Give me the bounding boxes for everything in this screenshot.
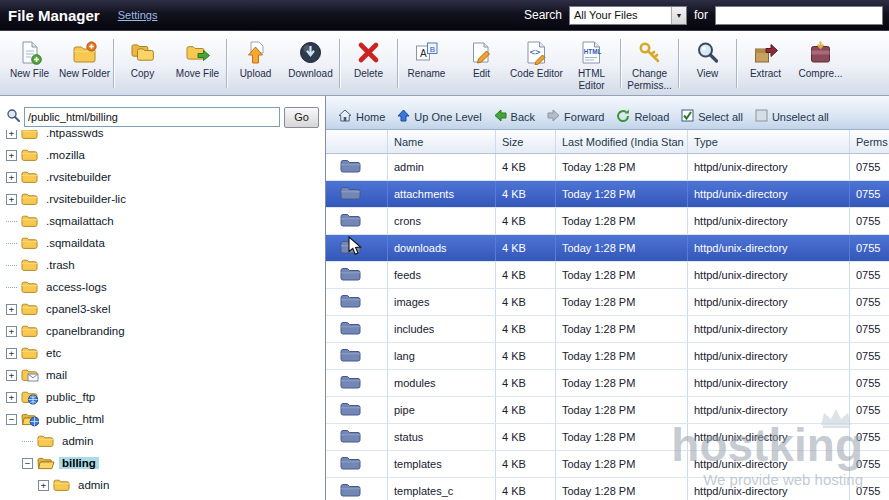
expand-plus-icon[interactable]: + (38, 480, 49, 491)
folder-mail-icon (21, 368, 39, 382)
tree-item-access-logs[interactable]: access-logs (4, 276, 325, 298)
file-icon-cell (326, 154, 388, 180)
toolbar-label: View (697, 68, 719, 80)
tree-item-admin[interactable]: + admin (4, 474, 325, 496)
expand-plus-icon[interactable]: + (6, 392, 17, 403)
folder-icon (21, 170, 39, 184)
filebar-button-home[interactable]: Home (338, 109, 385, 124)
tree-item-htpasswds[interactable]: + .htpasswds (4, 130, 325, 144)
expand-plus-icon[interactable]: + (6, 150, 17, 161)
table-row[interactable]: templates_c 4 KB Today 1:28 PM httpd/uni… (326, 478, 889, 500)
table-row[interactable]: attachments 4 KB Today 1:28 PM httpd/uni… (326, 181, 889, 208)
filebar-button-select-all[interactable]: Select all (681, 109, 743, 124)
toolbar-button-edit[interactable]: Edit (454, 34, 509, 93)
file-icon-cell (326, 262, 388, 288)
tree-item-label: .trash (43, 259, 78, 271)
file-name-cell: templates_c (388, 478, 496, 500)
tree-item-admin[interactable]: admin (4, 430, 325, 452)
expand-plus-icon[interactable]: + (6, 370, 17, 381)
toolbar-button-extract[interactable]: Extract (738, 34, 793, 93)
file-icon-cell (326, 397, 388, 423)
file-perms-cell: 0755 (850, 316, 889, 342)
tree-item-billing[interactable]: − billing (4, 452, 325, 474)
path-input[interactable] (24, 107, 280, 127)
expand-plus-icon[interactable]: + (6, 194, 17, 205)
tree-item-public-html[interactable]: − public_html (4, 408, 325, 430)
file-size-cell: 4 KB (496, 370, 556, 396)
go-button[interactable]: Go (284, 107, 319, 128)
toolbar-button-new-file[interactable]: New File (2, 34, 57, 93)
filebar-button-back[interactable]: Back (494, 109, 535, 124)
search-input[interactable] (715, 6, 883, 25)
toolbar-button-compre[interactable]: Compre... (793, 34, 848, 93)
table-row[interactable]: status 4 KB Today 1:28 PM httpd/unix-dir… (326, 424, 889, 451)
table-row[interactable]: includes 4 KB Today 1:28 PM httpd/unix-d… (326, 316, 889, 343)
toolbar-button-change-permiss[interactable]: Change Permiss... (622, 34, 677, 93)
tree-item-cpanelbranding[interactable]: + cpanelbranding (4, 320, 325, 342)
download-icon (298, 38, 323, 66)
column-header-name[interactable]: Name (388, 130, 496, 153)
table-row[interactable]: crons 4 KB Today 1:28 PM httpd/unix-dire… (326, 208, 889, 235)
toolbar-separator (736, 39, 737, 88)
table-row[interactable]: downloads 4 KB Today 1:28 PM httpd/unix-… (326, 235, 889, 262)
column-header-size[interactable]: Size (496, 130, 556, 153)
toolbar-button-copy[interactable]: Copy (115, 34, 170, 93)
table-row[interactable]: admin 4 KB Today 1:28 PM httpd/unix-dire… (326, 154, 889, 181)
filebar-button-up-one-level[interactable]: Up One Level (397, 109, 481, 124)
tree-item-mail[interactable]: + mail (4, 364, 325, 386)
table-row[interactable]: images 4 KB Today 1:28 PM httpd/unix-dir… (326, 289, 889, 316)
expand-plus-icon[interactable]: + (6, 172, 17, 183)
column-header-last-modified-india-stan[interactable]: Last Modified (India Stan (556, 130, 688, 153)
filebar-button-unselect-all[interactable]: Unselect all (755, 109, 829, 124)
toolbar-button-upload[interactable]: Upload (228, 34, 283, 93)
tree-item-etc[interactable]: + etc (4, 342, 325, 364)
search-scope-select[interactable]: All Your Files ▼ (569, 6, 687, 25)
filebar-button-forward[interactable]: Forward (547, 109, 604, 124)
search-label: Search (524, 8, 562, 22)
tree-item-public-ftp[interactable]: + public_ftp (4, 386, 325, 408)
file-name-cell: images (388, 289, 496, 315)
file-perms-cell: 0755 (850, 181, 889, 207)
column-header-perms[interactable]: Perms (850, 130, 889, 153)
table-row[interactable]: pipe 4 KB Today 1:28 PM httpd/unix-direc… (326, 397, 889, 424)
expand-plus-icon[interactable]: + (6, 130, 17, 139)
table-row[interactable]: templates 4 KB Today 1:28 PM httpd/unix-… (326, 451, 889, 478)
expand-plus-icon[interactable]: + (6, 326, 17, 337)
toolbar-label: Move File (176, 68, 219, 80)
file-type-cell: httpd/unix-directory (688, 451, 850, 477)
for-label: for (694, 8, 708, 22)
toolbar-button-new-folder[interactable]: New Folder (57, 34, 112, 93)
toolbar-button-code-editor[interactable]: <> Code Editor (509, 34, 564, 93)
tree-item-sqmailattach[interactable]: .sqmailattach (4, 210, 325, 232)
toolbar-button-rename[interactable]: AB Rename (399, 34, 454, 93)
toolbar-label: Delete (354, 68, 383, 80)
column-header-type[interactable]: Type (688, 130, 850, 153)
toolbar-button-move-file[interactable]: Move File (170, 34, 225, 93)
tree-item-rvsitebuilder[interactable]: + .rvsitebuilder (4, 166, 325, 188)
tree-item-rvsitebuilder-lic[interactable]: + .rvsitebuilder-lic (4, 188, 325, 210)
toolbar-button-view[interactable]: View (680, 34, 735, 93)
tree-connector (6, 243, 17, 244)
tree-item-label: mail (43, 369, 70, 381)
file-modified-cell: Today 1:28 PM (556, 478, 688, 500)
file-type-cell: httpd/unix-directory (688, 424, 850, 450)
filebar-button-reload[interactable]: Reload (616, 109, 669, 125)
settings-link[interactable]: Settings (118, 9, 158, 21)
table-row[interactable]: feeds 4 KB Today 1:28 PM httpd/unix-dire… (326, 262, 889, 289)
expand-plus-icon[interactable]: + (6, 304, 17, 315)
file-type-cell: httpd/unix-directory (688, 235, 850, 261)
tree-item-cpanel3-skel[interactable]: + cpanel3-skel (4, 298, 325, 320)
tree-item-trash[interactable]: .trash (4, 254, 325, 276)
filebar-label: Forward (564, 111, 604, 123)
toolbar-button-download[interactable]: Download (283, 34, 338, 93)
table-row[interactable]: lang 4 KB Today 1:28 PM httpd/unix-direc… (326, 343, 889, 370)
collapse-minus-icon[interactable]: − (22, 458, 33, 469)
toolbar-button-html-editor[interactable]: HTML HTML Editor (564, 34, 619, 93)
tree-item-mozilla[interactable]: + .mozilla (4, 144, 325, 166)
table-row[interactable]: modules 4 KB Today 1:28 PM httpd/unix-di… (326, 370, 889, 397)
expand-plus-icon[interactable]: + (6, 348, 17, 359)
path-search-icon (6, 108, 20, 126)
tree-item-sqmaildata[interactable]: .sqmaildata (4, 232, 325, 254)
collapse-minus-icon[interactable]: − (6, 414, 17, 425)
toolbar-button-delete[interactable]: Delete (341, 34, 396, 93)
